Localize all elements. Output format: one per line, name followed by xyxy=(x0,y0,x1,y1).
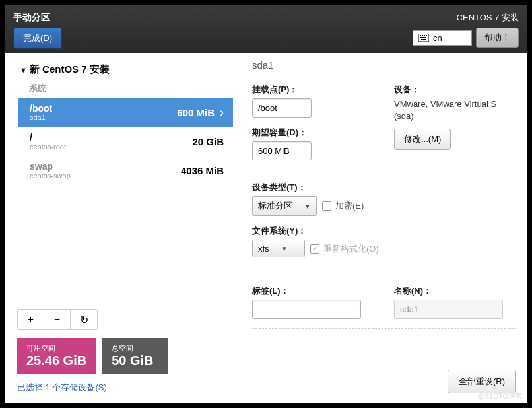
svg-rect-1 xyxy=(420,35,421,36)
expand-triangle-icon: ▼ xyxy=(20,66,27,74)
svg-rect-3 xyxy=(424,35,425,36)
svg-rect-8 xyxy=(421,39,426,40)
refresh-button[interactable]: ↻ xyxy=(71,310,97,329)
filesystem-select[interactable]: xfs ▼ xyxy=(252,240,305,257)
svg-rect-2 xyxy=(422,35,423,36)
chevron-down-icon: ▼ xyxy=(304,203,311,210)
installer-title: CENTOS 7 安装 xyxy=(457,12,519,24)
encrypt-label: 加密(E) xyxy=(335,200,364,212)
partition-row-root[interactable]: / centos-root 20 GiB xyxy=(18,127,233,156)
done-button[interactable]: 完成(D) xyxy=(13,28,62,49)
partition-row-boot[interactable]: /boot sda1 600 MiB › xyxy=(18,98,233,127)
device-type-select[interactable]: 标准分区 ▼ xyxy=(252,196,317,216)
storage-devices-link[interactable]: 已选择 1 个存储设备(S) xyxy=(17,382,234,393)
name-input xyxy=(394,300,503,319)
partition-toolbar: + − ↻ xyxy=(17,309,98,330)
svg-rect-7 xyxy=(424,37,426,38)
capacity-input[interactable] xyxy=(252,141,312,160)
filesystem-label: 文件系统(Y)： xyxy=(252,225,516,237)
total-space-box: 总空间 50 GiB xyxy=(102,338,168,374)
keyboard-icon xyxy=(418,34,429,42)
top-bar: 手动分区 完成(D) CENTOS 7 安装 cn 帮助！ xyxy=(5,5,527,53)
watermark: @51CTO博客 xyxy=(478,391,523,401)
name-label: 名称(N)： xyxy=(394,285,516,297)
screen-title: 手动分区 xyxy=(13,12,50,24)
chevron-right-icon: › xyxy=(220,106,224,119)
device-type-label: 设备类型(T)： xyxy=(252,182,516,193)
partition-row-swap[interactable]: swap centos-swap 4036 MiB xyxy=(18,156,233,185)
add-partition-button[interactable]: + xyxy=(18,310,44,329)
keyboard-layout-label: cn xyxy=(433,33,442,43)
device-label: 设备： xyxy=(394,84,516,96)
right-pane: sda1 挂载点(P)： 期望容量(D)： 设备： VMware, VMware… xyxy=(243,53,527,403)
capacity-label: 期望容量(D)： xyxy=(252,127,374,139)
chevron-down-icon: ▼ xyxy=(281,245,288,252)
reformat-checkbox: ✓ xyxy=(310,244,319,254)
reset-all-button[interactable]: 全部重设(R) xyxy=(448,370,516,393)
mountpoint-label: 挂载点(P)： xyxy=(252,84,374,96)
svg-rect-6 xyxy=(422,37,424,38)
reformat-label: 重新格式化(O) xyxy=(323,243,379,255)
section-system: 系统 xyxy=(17,80,234,97)
partition-title: sda1 xyxy=(252,59,516,71)
modify-button[interactable]: 修改...(M) xyxy=(394,129,451,150)
encrypt-checkbox[interactable] xyxy=(322,201,331,211)
device-text: VMware, VMware Virtual S (sda) xyxy=(394,98,516,122)
svg-rect-4 xyxy=(426,35,427,36)
remove-partition-button[interactable]: − xyxy=(44,310,71,329)
help-button[interactable]: 帮助！ xyxy=(476,28,519,48)
svg-rect-5 xyxy=(420,37,422,38)
divider xyxy=(252,328,516,329)
mountpoint-input[interactable] xyxy=(252,98,312,118)
install-header[interactable]: ▼ 新 CentOS 7 安装 xyxy=(17,59,234,80)
available-space-box: 可用空间 25.46 GiB xyxy=(17,338,96,374)
partition-list: /boot sda1 600 MiB › / centos-root 20 Gi… xyxy=(17,97,234,186)
left-pane: ▼ 新 CentOS 7 安装 系统 /boot sda1 600 MiB › xyxy=(5,53,243,403)
label-input[interactable] xyxy=(252,300,361,319)
label-label: 标签(L)： xyxy=(252,285,374,297)
keyboard-layout-selector[interactable]: cn xyxy=(413,30,472,46)
